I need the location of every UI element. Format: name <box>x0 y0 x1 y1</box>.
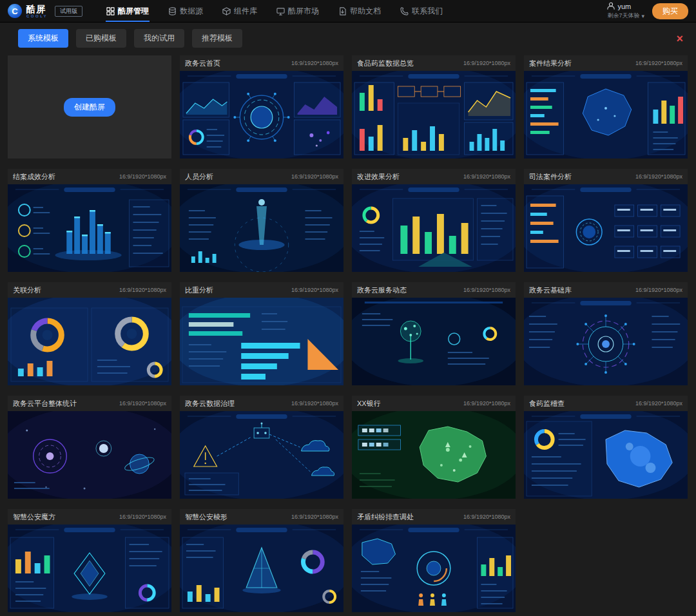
template-card-header: 智慧公安棱形 16:9/1920*1080px <box>180 509 343 525</box>
template-card-header: 结案成效分析 16:9/1920*1080px <box>8 169 171 184</box>
template-thumbnail[interactable] <box>8 411 171 499</box>
template-card-header: 矛盾纠纷排查调处 16:9/1920*1080px <box>352 509 516 525</box>
template-spec: 16:9/1920*1080px <box>463 60 510 66</box>
template-spec: 16:9/1920*1080px <box>291 514 338 520</box>
template-title: 结案成效分析 <box>13 172 55 182</box>
nav-item-screens[interactable]: 酷屏管理 <box>97 0 159 22</box>
template-card[interactable]: 矛盾纠纷排查调处 16:9/1920*1080px <box>352 509 516 612</box>
template-thumbnail[interactable] <box>352 525 516 612</box>
template-thumbnail[interactable] <box>524 184 688 272</box>
template-card[interactable]: 改进效果分析 16:9/1920*1080px <box>352 169 516 272</box>
logo-icon: C <box>8 4 22 18</box>
template-card-header: 关联分析 16:9/1920*1080px <box>8 282 171 298</box>
template-title: 改进效果分析 <box>357 172 400 182</box>
app-root: C 酷屏 COOLY 试用版 酷屏管理数据源组件库酷屏市场帮助文档联系我们 yu… <box>0 0 696 616</box>
app-logo[interactable]: C 酷屏 COOLY 试用版 <box>8 4 82 18</box>
template-thumbnail[interactable] <box>8 525 171 612</box>
template-thumbnail[interactable] <box>352 411 516 499</box>
buy-button[interactable]: 购买 <box>652 3 688 19</box>
tab-system[interactable]: 系统模板 <box>18 29 68 48</box>
template-card[interactable]: 比重分析 16:9/1920*1080px <box>180 282 343 385</box>
template-title: 政务云服务动态 <box>357 285 407 295</box>
username: yum <box>617 3 631 10</box>
close-icon[interactable]: × <box>676 33 683 44</box>
template-spec: 16:9/1920*1080px <box>463 173 510 180</box>
template-thumbnail[interactable] <box>180 184 343 272</box>
template-card[interactable]: 智慧公安棱形 16:9/1920*1080px <box>180 509 343 612</box>
template-thumbnail[interactable] <box>524 71 688 159</box>
trial-badge: 试用版 <box>55 6 82 17</box>
template-card-header: 政务云服务动态 16:9/1920*1080px <box>352 282 516 298</box>
template-card-header: 比重分析 16:9/1920*1080px <box>180 282 343 298</box>
template-thumbnail[interactable] <box>352 71 516 159</box>
nav-item-contact[interactable]: 联系我们 <box>391 0 452 22</box>
template-title: 人员分析 <box>185 172 213 182</box>
template-thumbnail[interactable] <box>352 184 516 272</box>
template-title: 政务云首页 <box>185 59 220 68</box>
template-card-header: 政务云平台整体统计 16:9/1920*1080px <box>8 396 171 411</box>
nav-item-datasource[interactable]: 数据源 <box>159 0 213 22</box>
template-card-header: 政务云数据治理 16:9/1920*1080px <box>180 396 343 411</box>
template-spec: 16:9/1920*1080px <box>463 287 510 293</box>
chevron-down-icon: ▾ <box>641 13 644 19</box>
template-thumbnail[interactable] <box>180 525 343 612</box>
phone-icon <box>400 7 409 15</box>
template-title: 案件结果分析 <box>529 59 572 68</box>
template-thumbnail[interactable] <box>8 184 171 272</box>
components-icon <box>222 7 231 15</box>
template-card[interactable]: 政务云基础库 16:9/1920*1080px <box>524 282 688 385</box>
navbar-right: yum 剩余7天体验 ▾ 购买 <box>607 2 688 20</box>
template-title: 政务云数据治理 <box>185 399 235 409</box>
user-menu[interactable]: yum 剩余7天体验 ▾ <box>607 2 644 20</box>
tab-recommended[interactable]: 推荐模板 <box>192 29 242 48</box>
database-icon <box>168 7 177 15</box>
template-card-header: 改进效果分析 16:9/1920*1080px <box>352 169 516 184</box>
template-thumbnail[interactable] <box>524 298 688 385</box>
tab-purchased[interactable]: 已购模板 <box>76 29 126 48</box>
template-spec: 16:9/1920*1080px <box>119 287 166 293</box>
template-spec: 16:9/1920*1080px <box>119 514 166 520</box>
create-screen-button[interactable]: 创建酷屏 <box>64 98 115 117</box>
template-title: 食品药监数据总览 <box>357 59 414 68</box>
template-card[interactable]: 食品药监数据总览 16:9/1920*1080px <box>352 55 516 159</box>
template-title: 智慧公安魔方 <box>13 512 55 522</box>
template-title: 矛盾纠纷排查调处 <box>357 512 414 522</box>
template-card[interactable]: 案件结果分析 16:9/1920*1080px <box>524 55 688 159</box>
template-title: 关联分析 <box>13 285 41 295</box>
template-card-header: XX银行 16:9/1920*1080px <box>352 396 516 411</box>
nav-item-label: 联系我们 <box>412 6 443 17</box>
template-card[interactable]: 食药监稽查 16:9/1920*1080px <box>524 396 688 499</box>
screens-icon <box>106 7 115 15</box>
nav-item-docs[interactable]: 帮助文档 <box>329 0 391 22</box>
template-card[interactable]: 关联分析 16:9/1920*1080px <box>8 282 171 385</box>
template-card-header: 智慧公安魔方 16:9/1920*1080px <box>8 509 171 525</box>
template-thumbnail[interactable] <box>524 411 688 499</box>
template-thumbnail[interactable] <box>180 71 343 159</box>
user-icon <box>607 2 615 11</box>
create-screen-card[interactable]: 创建酷屏 <box>8 55 171 159</box>
template-card[interactable]: 政务云首页 16:9/1920*1080px <box>180 55 343 159</box>
template-card[interactable]: 政务云服务动态 16:9/1920*1080px <box>352 282 516 385</box>
nav-item-market[interactable]: 酷屏市场 <box>267 0 329 22</box>
market-icon <box>276 7 285 15</box>
template-card[interactable]: 结案成效分析 16:9/1920*1080px <box>8 169 171 272</box>
template-title: XX银行 <box>357 399 381 409</box>
template-card[interactable]: 政务云数据治理 16:9/1920*1080px <box>180 396 343 499</box>
nav-item-label: 酷屏市场 <box>288 6 319 17</box>
trial-remaining-label: 剩余7天体验 <box>607 12 639 20</box>
template-thumbnail[interactable] <box>352 298 516 385</box>
docs-icon <box>338 7 347 15</box>
tab-my-trial[interactable]: 我的试用 <box>134 29 184 48</box>
template-spec: 16:9/1920*1080px <box>119 173 166 180</box>
template-card[interactable]: 人员分析 16:9/1920*1080px <box>180 169 343 272</box>
template-card[interactable]: XX银行 16:9/1920*1080px <box>352 396 516 499</box>
template-card[interactable]: 司法案件分析 16:9/1920*1080px <box>524 169 688 272</box>
nav-item-components[interactable]: 组件库 <box>213 0 267 22</box>
nav-item-label: 数据源 <box>180 6 203 17</box>
template-thumbnail[interactable] <box>180 298 343 385</box>
template-card[interactable]: 智慧公安魔方 16:9/1920*1080px <box>8 509 171 612</box>
template-thumbnail[interactable] <box>8 298 171 385</box>
template-thumbnail[interactable] <box>180 411 343 499</box>
template-spec: 16:9/1920*1080px <box>291 60 338 66</box>
template-card[interactable]: 政务云平台整体统计 16:9/1920*1080px <box>8 396 171 499</box>
